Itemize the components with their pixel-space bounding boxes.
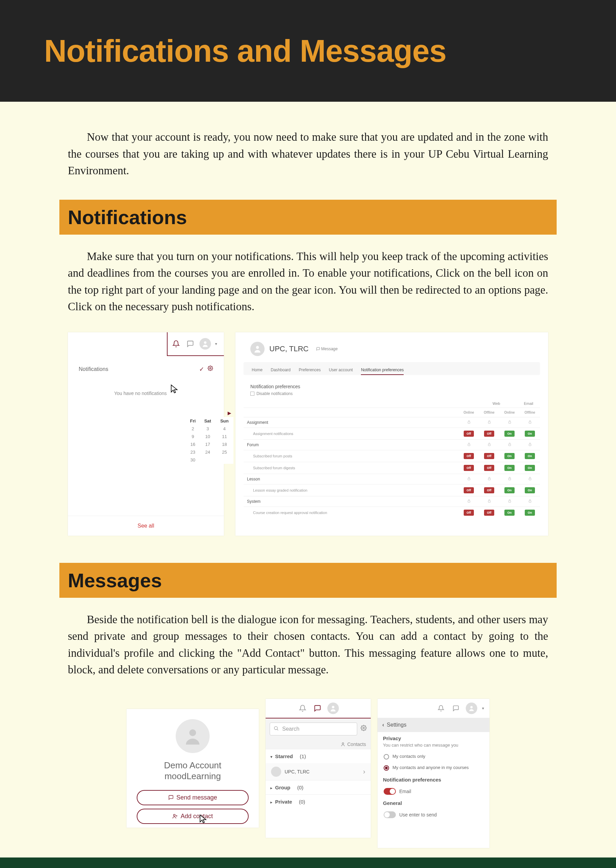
- private-section-toggle[interactable]: Private (0): [266, 794, 371, 808]
- chat-icon[interactable]: [185, 339, 195, 349]
- chat-icon[interactable]: [451, 703, 461, 713]
- toggle-badge[interactable]: On: [525, 453, 535, 459]
- svg-rect-10: [529, 444, 531, 446]
- toggle-badge[interactable]: On: [504, 453, 515, 459]
- tab-user-account[interactable]: User account: [329, 365, 353, 375]
- toggle-badge[interactable]: Off: [464, 431, 474, 437]
- svg-rect-15: [468, 501, 470, 503]
- notifications-heading: Notifications: [59, 200, 557, 235]
- profile-tabs: Home Dashboard Preferences User account …: [244, 362, 540, 375]
- toggle-badge[interactable]: On: [525, 465, 535, 471]
- svg-rect-4: [488, 422, 490, 423]
- toggle-badge[interactable]: Off: [484, 431, 494, 437]
- lock-icon: [467, 478, 471, 481]
- calendar-snippet: ▶ FriSatSun 234 91011 161718 232425 30: [186, 417, 233, 464]
- preferences-table: Online Offline Online Offline Assignment…: [244, 407, 540, 519]
- toggle-badge[interactable]: On: [504, 487, 515, 494]
- profile-name: UPC, TLRC: [269, 345, 309, 353]
- account-name-line2: moodLearning: [165, 771, 221, 781]
- profile-avatar-icon: [250, 342, 265, 356]
- user-avatar-icon[interactable]: [200, 338, 211, 349]
- toggle-badge[interactable]: Off: [484, 487, 494, 494]
- back-icon[interactable]: ‹: [382, 722, 384, 728]
- caret-down-icon[interactable]: ▾: [215, 342, 217, 346]
- col-group-email: Email: [524, 401, 533, 406]
- page-title: Notifications and Messages: [44, 33, 446, 69]
- chat-icon[interactable]: [313, 703, 322, 713]
- cursor-icon: [170, 382, 179, 396]
- svg-point-28: [470, 706, 473, 708]
- toggle-badge[interactable]: Off: [484, 453, 494, 459]
- messages-settings-icon[interactable]: [361, 725, 367, 733]
- svg-point-24: [274, 726, 278, 729]
- toggle-badge[interactable]: On: [525, 487, 535, 494]
- enter-to-send-toggle[interactable]: [383, 812, 396, 818]
- svg-rect-17: [509, 501, 511, 503]
- disable-notifications-checkbox[interactable]: [250, 392, 255, 396]
- caret-right-icon: [270, 799, 272, 805]
- tab-home[interactable]: Home: [252, 365, 262, 375]
- tab-dashboard[interactable]: Dashboard: [271, 365, 291, 375]
- toggle-badge[interactable]: Off: [464, 487, 474, 494]
- settings-title: Settings: [387, 722, 406, 728]
- privacy-opt2-label: My contacts and anyone in my courses: [393, 765, 469, 770]
- caret-down-icon[interactable]: ▾: [482, 706, 484, 711]
- screenshot-profile-card: Demo Account moodLearning Send message A…: [127, 709, 259, 828]
- messages-screenshots: Demo Account moodLearning Send message A…: [68, 699, 548, 848]
- bell-icon[interactable]: [436, 703, 446, 713]
- mark-read-icon[interactable]: ✓: [199, 365, 204, 373]
- notif-pref-heading: Notification preferences: [383, 777, 484, 783]
- cursor-icon: [198, 814, 208, 826]
- group-section-toggle[interactable]: Group (0): [266, 780, 371, 794]
- toggle-badge[interactable]: Off: [484, 509, 494, 516]
- toggle-badge[interactable]: Off: [464, 509, 474, 516]
- lock-icon: [487, 443, 491, 447]
- screenshot-messages-panel: Search Contacts Starred (1) UPC, TLRC ›: [266, 699, 371, 838]
- add-contact-button[interactable]: Add contact: [137, 808, 249, 824]
- svg-rect-3: [468, 422, 470, 423]
- calendar-next-icon[interactable]: ▶: [228, 410, 231, 416]
- send-message-button[interactable]: Send message: [137, 790, 249, 805]
- search-icon: [273, 725, 279, 732]
- svg-rect-13: [509, 478, 511, 480]
- lock-icon: [487, 500, 491, 503]
- toggle-badge[interactable]: On: [525, 509, 535, 516]
- messages-heading: Messages: [59, 563, 557, 598]
- caret-right-icon: [270, 785, 272, 790]
- toggle-badge[interactable]: On: [525, 431, 535, 437]
- lock-icon: [508, 500, 512, 503]
- privacy-contacts-only-radio[interactable]: [383, 754, 389, 760]
- toggle-badge[interactable]: On: [504, 465, 515, 471]
- user-avatar-icon[interactable]: [466, 702, 477, 714]
- search-input[interactable]: Search: [270, 722, 357, 735]
- privacy-contacts-courses-radio[interactable]: [383, 765, 389, 771]
- email-toggle[interactable]: [383, 788, 396, 795]
- page-body: Now that your account is ready, you now …: [0, 102, 616, 848]
- general-heading: General: [383, 800, 484, 806]
- toggle-badge[interactable]: On: [504, 509, 515, 516]
- contacts-link[interactable]: Contacts: [266, 740, 371, 749]
- col-group-web: Web: [492, 401, 500, 406]
- toggle-badge[interactable]: Off: [464, 453, 474, 459]
- page-header: Notifications and Messages: [0, 0, 616, 102]
- see-all-link[interactable]: See all: [68, 516, 224, 536]
- pref-row: System: [244, 496, 540, 506]
- chevron-right-icon: ›: [363, 768, 365, 776]
- disable-notifications-label: Disable notifications: [256, 391, 293, 396]
- toggle-badge[interactable]: On: [504, 431, 515, 437]
- privacy-subtext: You can restrict who can message you: [383, 743, 484, 747]
- user-avatar-icon[interactable]: [327, 702, 339, 714]
- bell-icon[interactable]: [297, 703, 308, 713]
- starred-section-toggle[interactable]: Starred (1): [266, 749, 371, 763]
- bell-icon[interactable]: [171, 339, 181, 349]
- pref-row: Assignment: [244, 417, 540, 428]
- contact-row[interactable]: UPC, TLRC ›: [266, 763, 371, 780]
- message-link[interactable]: Message: [316, 346, 338, 351]
- gear-icon[interactable]: [207, 365, 213, 373]
- toggle-badge[interactable]: Off: [464, 465, 474, 471]
- tab-preferences[interactable]: Preferences: [299, 365, 321, 375]
- toggle-badge[interactable]: Off: [484, 465, 494, 471]
- tab-notification-preferences[interactable]: Notification preferences: [361, 365, 404, 375]
- svg-point-19: [189, 729, 196, 736]
- lock-icon: [467, 500, 471, 503]
